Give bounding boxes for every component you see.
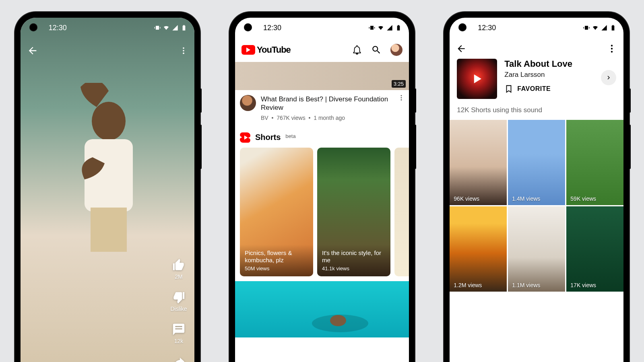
signal-icon (386, 25, 393, 31)
chevron-right-icon (605, 74, 612, 81)
short-views: 50M views (245, 265, 308, 272)
svg-point-7 (400, 97, 402, 99)
svg-point-6 (400, 95, 402, 96)
short-card[interactable] (394, 148, 409, 276)
status-icons (369, 25, 402, 31)
grid-views: 1.1M views (512, 282, 540, 288)
grid-short[interactable]: 1.1M views (508, 206, 565, 292)
battery-icon (181, 25, 187, 31)
wifi-icon (592, 25, 599, 31)
short-title: It's the iconic style, for me (322, 249, 386, 264)
short-card[interactable]: It's the iconic style, for me 41.1k view… (317, 148, 390, 276)
like-button[interactable]: 2M (172, 258, 186, 280)
grid-short[interactable]: 59K views (566, 120, 623, 205)
comment-icon (172, 323, 186, 336)
grid-short[interactable]: 1.4M views (508, 120, 565, 205)
signal-icon (601, 25, 607, 31)
video-title: What Brand is Best? | Diverse Foundation… (261, 95, 404, 112)
comments-button[interactable]: 12k (172, 323, 186, 344)
status-time: 12:30 (263, 24, 281, 32)
shorts-label: Shorts (255, 133, 281, 142)
front-camera (29, 23, 37, 31)
phone-shorts-player: 12:30 2M Dislike 12k (15, 12, 200, 362)
svg-rect-2 (91, 208, 127, 252)
notifications-icon[interactable] (352, 45, 362, 55)
svg-point-10 (330, 315, 346, 326)
favorite-label: FAVORITE (517, 85, 551, 93)
status-icons (154, 25, 187, 31)
sound-title: Talk About Love (504, 59, 594, 69)
grid-views: 59K views (570, 195, 596, 202)
phone-youtube-home: 12:30 YouTube 3:25 W (229, 12, 415, 362)
status-icons (583, 25, 616, 31)
youtube-logo[interactable]: YouTube (242, 45, 291, 55)
wifi-icon (163, 25, 169, 31)
search-icon[interactable] (371, 45, 382, 55)
battery-icon (395, 25, 402, 31)
svg-point-8 (400, 99, 402, 101)
back-arrow-icon[interactable] (456, 43, 466, 54)
youtube-play-icon (242, 45, 255, 55)
back-arrow-icon[interactable] (27, 45, 38, 56)
shorts-badge: beta (285, 133, 295, 139)
shorts-logo-icon (240, 132, 250, 144)
grid-views: 1.2M views (454, 282, 482, 288)
status-time: 12:30 (49, 24, 67, 32)
more-vert-icon[interactable] (179, 46, 188, 55)
grid-views: 17K views (570, 282, 596, 288)
feed-video-thumbnail[interactable] (235, 281, 409, 337)
vibrate-icon (369, 25, 375, 31)
grid-short[interactable]: 96K views (450, 120, 507, 205)
person-illustration (72, 83, 145, 252)
shorts-section-header: Shorts beta (235, 125, 409, 148)
sound-artist[interactable]: Zara Larsson (504, 71, 594, 79)
svg-point-12 (611, 48, 613, 49)
svg-point-13 (611, 51, 613, 52)
short-card[interactable]: Picnics, flowers & kombucha, plz 50M vie… (240, 148, 313, 276)
channel-avatar[interactable] (240, 95, 256, 111)
dislike-label: Dislike (170, 306, 187, 312)
shorts-shelf[interactable]: Picnics, flowers & kombucha, plz 50M vie… (235, 148, 409, 281)
bookmark-icon (504, 84, 513, 93)
grid-views: 96K views (454, 195, 479, 202)
status-time: 12:30 (478, 24, 496, 32)
dislike-button[interactable]: Dislike (170, 290, 187, 312)
pool-illustration (235, 281, 409, 337)
more-vert-icon[interactable] (398, 94, 405, 101)
grid-short[interactable]: 1.2M views (450, 206, 507, 292)
share-icon (172, 355, 186, 362)
vibrate-icon (154, 25, 161, 31)
video-duration: 3:25 (392, 80, 406, 88)
shorts-using-sound-count: 12K Shorts using this sound (450, 103, 623, 120)
battery-icon (610, 25, 616, 31)
sound-artwork[interactable] (457, 59, 497, 99)
video-meta-row[interactable]: What Brand is Best? | Diverse Foundation… (235, 90, 409, 125)
svg-point-5 (183, 53, 184, 54)
shorts-grid[interactable]: 96K views 1.4M views 59K views 1.2M view… (450, 120, 623, 292)
short-views: 41.1k views (322, 265, 386, 272)
grid-views: 1.4M views (512, 195, 540, 202)
shorts-video-surface[interactable] (21, 18, 194, 362)
share-button[interactable] (172, 355, 186, 362)
thumbs-up-icon (172, 258, 186, 272)
front-camera (244, 23, 252, 31)
phone-sound-page: 12:30 Talk About Love Zara Larsson FAVOR… (444, 12, 629, 362)
youtube-wordmark: YouTube (257, 45, 291, 55)
expand-button[interactable] (601, 70, 616, 85)
vibrate-icon (583, 25, 590, 31)
short-title: Picnics, flowers & kombucha, plz (245, 249, 308, 264)
svg-point-11 (611, 45, 613, 46)
like-count: 2M (175, 274, 182, 280)
grid-short[interactable]: 17K views (566, 206, 623, 292)
youtube-header: YouTube (235, 38, 409, 62)
more-vert-icon[interactable] (607, 43, 617, 54)
thumbs-down-icon (172, 290, 186, 304)
video-thumbnail[interactable]: 3:25 (235, 62, 409, 90)
svg-point-3 (183, 47, 184, 49)
video-stats: BV • 767K views • 1 month ago (261, 115, 404, 121)
favorite-button[interactable]: FAVORITE (504, 84, 594, 93)
signal-icon (172, 25, 178, 31)
wifi-icon (378, 25, 384, 31)
svg-point-4 (183, 50, 184, 51)
account-avatar[interactable] (390, 44, 402, 56)
